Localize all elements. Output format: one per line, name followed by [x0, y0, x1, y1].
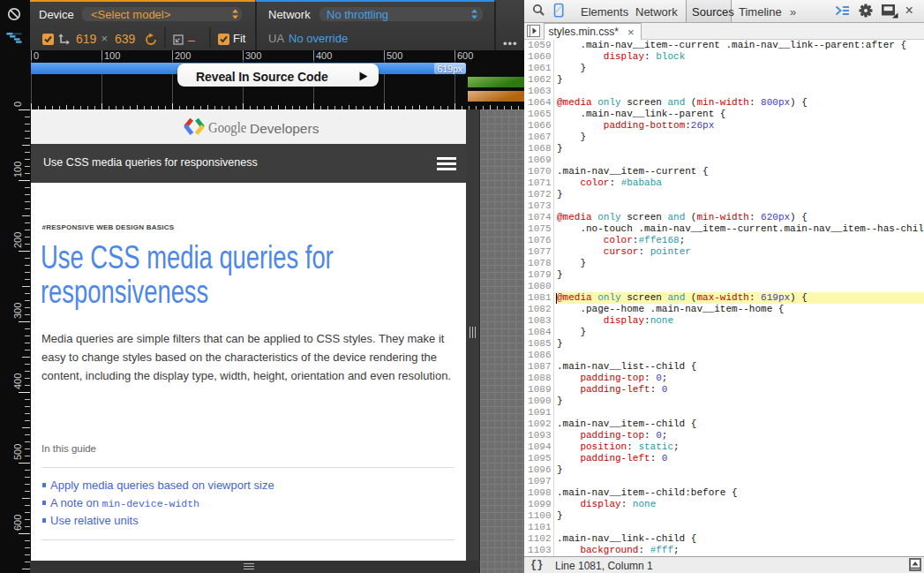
svg-text:200: 200 — [12, 232, 23, 248]
svg-text:600: 600 — [12, 515, 23, 531]
svg-text:0: 0 — [12, 102, 23, 107]
svg-text:400: 400 — [12, 373, 23, 389]
svg-text:300: 300 — [12, 303, 23, 319]
svg-text:500: 500 — [12, 444, 23, 460]
svg-text:100: 100 — [12, 162, 23, 177]
